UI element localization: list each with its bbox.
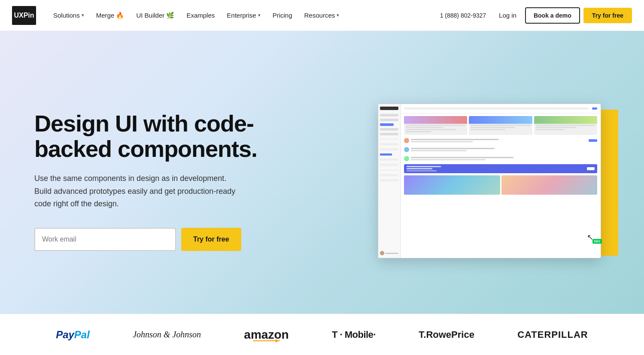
nav-ui-builder[interactable]: UI Builder 🌿 [131, 8, 179, 23]
mock-sidebar-item [380, 114, 398, 116]
mock-card-img [469, 116, 532, 124]
hero-subtitle: Use the same components in design as in … [34, 172, 240, 211]
mock-card-line [471, 129, 505, 130]
mock-avatar [404, 138, 409, 143]
mock-card-line [471, 125, 530, 126]
logos-section: PayPal Johnson & Johnson amazon T · Mobi… [0, 314, 644, 355]
mock-card-img [404, 116, 467, 124]
mock-profile-row [404, 137, 597, 144]
screenshot-frame [378, 104, 601, 258]
nav-examples[interactable]: Examples [181, 8, 220, 22]
nav-enterprise[interactable]: Enterprise ▾ [222, 8, 265, 22]
nav-solutions[interactable]: Solutions ▾ [48, 8, 89, 22]
mock-img-gallery [404, 175, 597, 195]
dev-badge: DEV [592, 239, 602, 244]
chevron-down-icon: ▾ [337, 12, 339, 18]
mock-profile-row [404, 146, 597, 153]
logo[interactable]: UXPin [12, 6, 36, 25]
mock-cards-row [404, 116, 597, 135]
try-free-nav-button[interactable]: Try for free [583, 8, 632, 23]
book-demo-button[interactable]: Book a demo [525, 7, 580, 24]
mock-topbar [401, 104, 601, 113]
caterpillar-logo: CATERPILLAR [517, 329, 588, 340]
mock-ui [378, 104, 601, 258]
nav-merge[interactable]: Merge 🔥 [91, 8, 130, 23]
nav-pricing[interactable]: Pricing [267, 8, 298, 22]
tmobile-logo: T · Mobile· [332, 329, 376, 340]
amazon-logo: amazon [244, 328, 289, 341]
amazon-arrow-icon [253, 340, 280, 341]
mock-gallery-img [501, 175, 598, 195]
hero-left: Design UI with code-backed components. U… [34, 111, 275, 251]
cursor-icon: ↖ [587, 233, 593, 242]
try-free-hero-button[interactable]: Try for free [181, 228, 241, 251]
mock-card [469, 116, 532, 135]
mock-card-line [536, 125, 595, 126]
mock-profile-row [404, 155, 597, 162]
mock-profile-text [411, 139, 587, 142]
mock-main-content [401, 104, 601, 258]
mock-banner-btn [587, 167, 595, 170]
nav-resources[interactable]: Resources ▾ [299, 8, 345, 22]
johnson-johnson-logo: Johnson & Johnson [133, 330, 201, 340]
mock-card-line [406, 129, 456, 130]
hero-form: Try for free [34, 228, 258, 251]
mock-card-line [406, 127, 444, 128]
mock-card [534, 116, 597, 135]
email-input[interactable] [34, 228, 176, 251]
mock-sidebar [378, 104, 401, 258]
mock-card-line [406, 125, 465, 126]
login-link[interactable]: Log in [494, 8, 522, 22]
main-nav: UXPin Solutions ▾ Merge 🔥 UI Builder 🌿 E… [0, 0, 644, 31]
nav-links: Solutions ▾ Merge 🔥 UI Builder 🌿 Example… [48, 8, 436, 23]
mock-avatar [404, 156, 409, 161]
mock-content-area [401, 113, 601, 258]
mock-avatar [404, 147, 409, 152]
mock-sidebar-item [380, 128, 398, 131]
mock-profile-text [411, 157, 597, 160]
mock-sidebar-item [380, 133, 398, 135]
mock-card-line [536, 129, 564, 130]
hero-title: Design UI with code-backed components. [34, 111, 258, 162]
mock-card-line [471, 127, 515, 128]
paypal-logo: PayPal [56, 329, 90, 341]
chevron-down-icon: ▾ [82, 12, 84, 18]
chevron-down-icon: ▾ [258, 12, 261, 18]
mock-card-img [534, 116, 597, 124]
nav-right: 1 (888) 802-9327 Log in Book a demo Try … [436, 7, 632, 24]
mock-profile-text [411, 148, 597, 151]
app-screenshot: ↖ DEV [378, 104, 618, 263]
hero-section: Design UI with code-backed components. U… [0, 31, 644, 314]
mock-card-line [406, 131, 431, 132]
mock-sidebar-item [380, 123, 394, 126]
mock-topbar-search [404, 107, 589, 110]
mock-banner [404, 164, 597, 173]
mock-banner-text [407, 166, 441, 171]
mock-card-line [536, 127, 577, 128]
trowe-price-logo: T.RowePrice [419, 329, 474, 340]
mock-gallery-img [404, 175, 500, 195]
phone-link[interactable]: 1 (888) 802-9327 [436, 9, 490, 22]
mock-card [404, 116, 467, 135]
hero-right: ↖ DEV [275, 99, 618, 263]
mock-sidebar-item [380, 119, 398, 121]
